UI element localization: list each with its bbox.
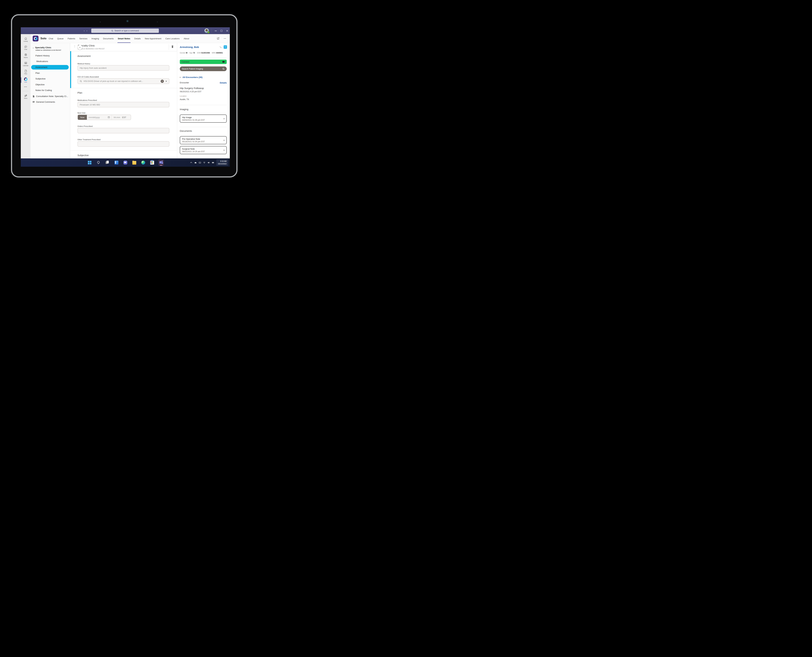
- folder-icon: [132, 161, 136, 165]
- imaging-card-hip-image[interactable]: Hip Image 04/03/2021 01:35 pm EST ›: [180, 115, 227, 123]
- note-editor-scroll[interactable]: Assessment Medical History Hip injury fr…: [70, 51, 177, 159]
- rail-item-chat[interactable]: Chat: [21, 44, 31, 52]
- scroll-up-icon[interactable]: ⌃: [74, 47, 75, 48]
- chevron-right-icon: ›: [224, 149, 224, 152]
- user-avatar[interactable]: [205, 28, 209, 33]
- rail-item-activity[interactable]: Activity: [21, 36, 31, 44]
- wifi-icon[interactable]: [203, 162, 205, 164]
- mail-button[interactable]: [224, 45, 227, 49]
- tab-smart-notes[interactable]: Smart Notes: [118, 34, 130, 43]
- section-item-plan[interactable]: Plan: [36, 72, 70, 74]
- task-view-button[interactable]: [105, 160, 110, 166]
- section-item-assessment-active[interactable]: Assessment: [31, 65, 69, 70]
- tab-documents[interactable]: Documents: [103, 34, 114, 43]
- edge-button[interactable]: [140, 160, 146, 166]
- people-icon: [24, 53, 27, 56]
- phone-icon[interactable]: [219, 46, 222, 48]
- chevron-right-icon: ›: [224, 139, 224, 142]
- tab-about[interactable]: About: [184, 34, 189, 43]
- tab-imaging[interactable]: Imaging: [92, 34, 99, 43]
- teams-window: ‹ › Search or type a command ✕ Activity: [21, 27, 230, 167]
- rail-item-solo[interactable]: Solo: [21, 76, 31, 84]
- store-button[interactable]: [149, 160, 155, 166]
- section-item-medications[interactable]: Medications: [36, 60, 70, 62]
- rail-more-button[interactable]: •••: [21, 84, 31, 90]
- orders-prescribed-input[interactable]: [78, 128, 169, 133]
- tab-chat[interactable]: Chat: [49, 34, 53, 43]
- next-visit-time-input[interactable]: hh:mm EST: [112, 115, 131, 120]
- details-link[interactable]: Details: [220, 81, 227, 84]
- windows-taskbar: T 8:18 AM 03/14/2022: [21, 159, 230, 167]
- location-label: Location: [180, 95, 186, 97]
- calendar-icon: [24, 61, 27, 64]
- rail-item-store[interactable]: Store: [21, 92, 31, 101]
- general-comments-item[interactable]: General Comments: [33, 101, 70, 103]
- start-button[interactable]: [87, 160, 92, 166]
- battery-icon[interactable]: [212, 162, 214, 164]
- teams-app-button[interactable]: T: [158, 160, 164, 166]
- search-icon: [222, 68, 225, 70]
- tab-new-appointment[interactable]: New Appointment: [145, 34, 161, 43]
- tab-queue[interactable]: Queue: [57, 34, 64, 43]
- consultation-note-item[interactable]: Consultation Note: Specialty Cl...: [33, 95, 70, 98]
- chevron-right-icon: ›: [224, 117, 224, 120]
- command-search-input[interactable]: Search or type a command: [91, 29, 159, 33]
- connect-button[interactable]: Connect: [180, 60, 227, 64]
- subjective-heading: Subjective: [78, 154, 88, 157]
- taskbar-clock[interactable]: 8:18 AM 03/14/2022: [216, 159, 228, 165]
- teams-icon: T: [159, 161, 163, 165]
- next-visit-date-input[interactable]: mm/dd/yyyy: [87, 115, 112, 120]
- chat-button[interactable]: [123, 160, 128, 166]
- section-item-notes-for-coding[interactable]: Notes for Coding: [36, 89, 70, 92]
- minimize-button[interactable]: [215, 30, 217, 32]
- medications-prescribed-input[interactable]: Piroxicam 10 MG BID: [78, 102, 169, 107]
- maximize-button[interactable]: [220, 30, 222, 32]
- section-item-subjective[interactable]: Subjective: [36, 78, 70, 80]
- solo-app-logo: [33, 36, 39, 41]
- volume-icon[interactable]: [208, 162, 210, 164]
- rail-item-teams[interactable]: Teams: [21, 52, 31, 60]
- icd-label: ICD-10 Codes Associated: [78, 76, 99, 78]
- forward-icon[interactable]: ›: [87, 30, 87, 32]
- other-treatment-input[interactable]: [78, 141, 169, 147]
- clear-icd-icon[interactable]: ✕: [161, 79, 164, 83]
- scroll-down-icon[interactable]: ⌄: [74, 45, 75, 46]
- icd-input[interactable]: V53.5XXS Driver of pick-up truck or van …: [78, 78, 169, 84]
- tab-details[interactable]: Details: [134, 34, 141, 43]
- tab-services[interactable]: Services: [79, 34, 87, 43]
- widgets-button[interactable]: [114, 160, 119, 166]
- search-patient-imaging-button[interactable]: Search Patient Imaging: [180, 67, 227, 71]
- section-item-patient-history[interactable]: Patient History: [36, 54, 70, 57]
- note-tree-header[interactable]: ⌄ Specialty Clinic: [33, 46, 70, 49]
- delete-note-icon[interactable]: [171, 45, 174, 48]
- now-button[interactable]: Now: [78, 115, 87, 120]
- onedrive-cloud-icon[interactable]: [194, 162, 197, 164]
- close-button[interactable]: ✕: [226, 30, 228, 32]
- note-sections-panel: ⌄ Specialty Clinic Added on 10/22/2019 1…: [31, 43, 70, 159]
- rail-item-calendar[interactable]: Calendar: [21, 60, 31, 68]
- search-icon: [80, 80, 82, 83]
- file-explorer-button[interactable]: [132, 160, 137, 166]
- all-encounters-link[interactable]: ‹ All Encounters (30): [180, 76, 202, 78]
- medical-history-input[interactable]: Hip injury from auto accident: [78, 65, 169, 71]
- file-icon: [24, 70, 27, 73]
- show-hidden-icons-chevron[interactable]: [190, 162, 192, 164]
- tab-care-locations[interactable]: Care Locations: [165, 34, 179, 43]
- app-title: Solo: [40, 37, 47, 40]
- note-editor-header: ⌄ ⌃ Specialty Clinic Added on 06/20/2021…: [70, 43, 177, 51]
- location-value: Austin, TX: [180, 98, 189, 101]
- popout-icon[interactable]: [217, 37, 219, 40]
- icd-dropdown-icon[interactable]: ▼: [165, 80, 167, 82]
- task-view-icon: [106, 161, 109, 165]
- section-item-objective[interactable]: Objective: [36, 83, 70, 86]
- solo-logo-icon: [24, 78, 28, 81]
- touch-keyboard-icon[interactable]: [199, 162, 201, 164]
- more-options-icon[interactable]: [224, 37, 226, 40]
- collapse-panel-button[interactable]: ‹: [78, 45, 82, 50]
- tab-patients[interactable]: Patients: [68, 34, 75, 43]
- back-icon[interactable]: ‹: [84, 30, 85, 32]
- document-card-pre-operative-note[interactable]: Pre Operative Note 05/18/2021 02:30 pm E…: [180, 136, 227, 144]
- rail-item-files[interactable]: Files: [21, 68, 31, 76]
- taskbar-search-button[interactable]: [96, 160, 101, 166]
- document-card-surgical-note[interactable]: Surgical Note 06/02/2021 10:25 am EST ›: [180, 146, 227, 154]
